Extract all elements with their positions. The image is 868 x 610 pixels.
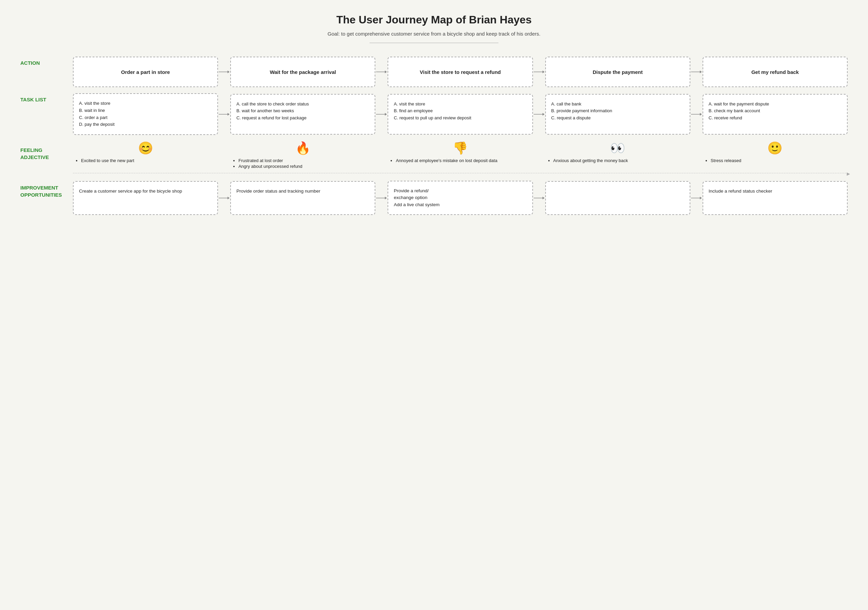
feeling-emoji-4: 👀 [610,141,625,155]
improve-box-5: Include a refund status checker [702,181,848,215]
feeling-bullets-3: Annoyed at employee's mistake on lost de… [390,158,530,164]
action-section: ACTION Order a part in store Wait for th… [20,57,848,87]
task-box-1: A. visit the store B. wait in line C. or… [73,93,218,135]
action-step-1: Order a part in store [73,57,218,87]
svg-marker-15 [700,113,702,116]
task-step-4: A. call the bank B. provide payment info… [545,94,690,135]
improve-text-5: Include a refund status checker [708,188,772,195]
improve-arrow-1-2 [218,195,230,201]
svg-marker-7 [700,70,702,73]
arrow-3-4 [533,69,545,75]
page-goal: Goal: to get comprehensive customer serv… [20,31,848,37]
task-step-1: A. visit the store B. wait in line C. or… [73,93,218,135]
feeling-emoji-2: 🔥 [295,141,311,155]
action-step-3: Visit the store to request a refund [388,57,533,87]
svg-marker-9 [228,113,229,116]
action-text-1: Order a part in store [121,68,170,76]
task-box-3: A. visit the store B. find an employee C… [388,94,533,135]
improve-step-1: Create a customer service app for the bi… [73,181,218,215]
task-text-3: A. visit the store B. find an employee C… [394,101,471,122]
tasklist-section: TASK LIST A. visit the store B. wait in … [20,93,848,135]
improve-arrow-3-4 [533,195,545,201]
feeling-bullet-4-1: Anxious about getting the money back [553,158,688,163]
action-text-4: Dispute the payment [593,68,643,76]
feeling-bullets-5: Stress released [705,158,845,164]
feeling-emoji-1: 😊 [138,141,153,155]
feeling-bullet-3-1: Annoyed at employee's mistake on lost de… [396,158,530,163]
svg-marker-17 [228,197,229,199]
improve-text-2: Provide order status and tracking number [236,188,321,195]
bottom-divider: ► [73,173,848,173]
action-box-5: Get my refund back [702,57,848,87]
action-step-2: Wait for the package arrival [230,57,375,87]
feeling-section: FEELING ADJECTIVE 😊 Excited to use the n… [20,141,848,169]
improve-arrow-2-3 [375,195,388,201]
improve-step-3: Provide a refund/ exchange option Add a … [388,181,533,215]
feeling-col-2: 🔥 Frustrated at lost order Angry about u… [230,141,375,169]
page-title: The User Journey Map of Brian Hayes [20,14,848,26]
arrow-1-2 [218,69,230,75]
task-text-1: A. visit the store B. wait in line C. or… [79,100,115,128]
action-steps: Order a part in store Wait for the packa… [73,57,848,87]
task-text-2: A. call the store to check order status … [236,101,309,122]
improvement-section: IMPROVEMENT OPPORTUNITIES Create a custo… [20,181,848,215]
improvement-steps: Create a customer service app for the bi… [73,181,848,215]
svg-marker-21 [542,197,544,199]
feeling-label: FEELING ADJECTIVE [20,141,73,161]
feeling-bullets-4: Anxious about getting the money back [548,158,688,164]
arrow-4-5 [690,69,702,75]
action-text-3: Visit the store to request a refund [420,68,501,76]
improve-text-1: Create a customer service app for the bi… [79,188,182,195]
action-label: ACTION [20,57,73,66]
feeling-bullet-5-1: Stress released [711,158,845,163]
improve-text-3: Provide a refund/ exchange option Add a … [394,188,439,208]
action-step-4: Dispute the payment [545,57,690,87]
improve-step-2: Provide order status and tracking number [230,181,375,215]
task-arrow-2-3 [375,112,388,117]
feeling-emoji-3: 👎 [453,141,468,155]
feeling-col-5: 🙂 Stress released [702,141,848,164]
improve-box-3: Provide a refund/ exchange option Add a … [388,181,533,215]
task-arrow-4-5 [690,112,702,117]
task-step-2: A. call the store to check order status … [230,94,375,135]
improve-arrow-4-5 [690,195,702,201]
svg-marker-19 [385,197,387,199]
action-step-5: Get my refund back [702,57,848,87]
feeling-emoji-5: 🙂 [767,141,783,155]
action-box-2: Wait for the package arrival [230,57,375,87]
feeling-bullets-2: Frustrated at lost order Angry about unp… [233,158,373,169]
svg-marker-13 [542,113,544,116]
svg-marker-11 [385,113,387,116]
improve-box-4 [545,181,690,215]
svg-marker-23 [700,197,702,199]
action-box-4: Dispute the payment [545,57,690,87]
task-text-4: A. call the bank B. provide payment info… [551,101,612,122]
task-step-3: A. visit the store B. find an employee C… [388,94,533,135]
feeling-col-1: 😊 Excited to use the new part [73,141,218,164]
feeling-bullet-2-1: Frustrated at lost order [239,158,373,163]
svg-marker-3 [385,70,387,73]
improve-box-1: Create a customer service app for the bi… [73,181,218,215]
task-box-2: A. call the store to check order status … [230,94,375,135]
arrow-2-3 [375,69,388,75]
task-step-5: A. wait for the payment dispute B. check… [702,94,848,135]
action-box-3: Visit the store to request a refund [388,57,533,87]
task-box-4: A. call the bank B. provide payment info… [545,94,690,135]
improve-step-4 [545,181,690,215]
improve-step-5: Include a refund status checker [702,181,848,215]
task-box-5: A. wait for the payment dispute B. check… [702,94,848,135]
task-text-5: A. wait for the payment dispute B. check… [708,101,769,122]
svg-marker-1 [228,70,229,73]
action-text-5: Get my refund back [751,68,799,76]
svg-marker-5 [542,70,544,73]
tasklist-label: TASK LIST [20,93,73,102]
divider-arrow: ► [846,171,851,177]
improvement-label: IMPROVEMENT OPPORTUNITIES [20,181,73,199]
feeling-bullet-2-2: Angry about unprocessed refund [239,164,373,169]
feeling-col-4: 👀 Anxious about getting the money back [545,141,690,164]
task-arrow-1-2 [218,112,230,117]
action-text-2: Wait for the package arrival [270,68,336,76]
improve-box-2: Provide order status and tracking number [230,181,375,215]
header-divider [370,43,498,43]
divider-line: ► [73,173,848,173]
